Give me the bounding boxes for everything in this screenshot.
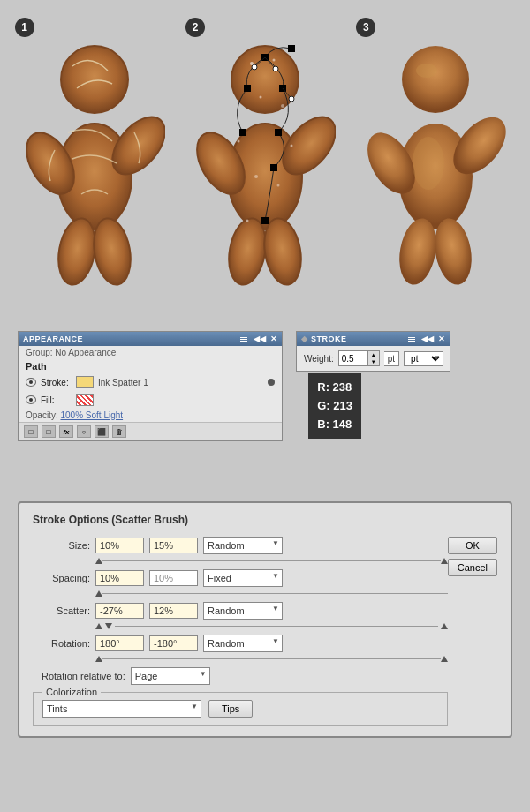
svg-rect-17 [239,129,246,136]
rotation-dropdown[interactable]: Random Fixed [203,635,283,652]
size-label: Size: [33,540,90,551]
colorization-legend: Colorization [42,687,101,697]
weight-unit: pt [384,351,399,366]
weight-spinners: ▲ ▼ [367,351,379,365]
spacing-dropdown[interactable]: Fixed Random [203,569,283,587]
scatter-slider-right [441,623,448,629]
svg-point-32 [254,175,258,178]
svg-point-35 [402,46,469,113]
scatter-input-1[interactable] [95,603,144,619]
spacing-label: Spacing: [33,573,90,583]
svg-rect-19 [288,45,295,52]
rgb-tooltip: R: 238 G: 213 B: 148 [308,373,361,439]
stroke-menu-icon[interactable] [408,334,419,344]
svg-rect-18 [244,85,251,92]
rotation-slider-right [441,656,448,662]
scatter-slider-left [95,623,102,629]
rotation-dropdown-wrapper: Random Fixed [203,635,283,652]
appearance-title-label: APPEARANCE [23,335,83,343]
colorization-dropdown-wrapper: Tints None Tints and Shades Hue Shift [42,700,201,718]
scatter-row: Scatter: Random Fixed [33,602,448,620]
weight-up-btn[interactable]: ▲ [368,351,379,358]
panel-close-icon[interactable]: ✕ [270,335,277,343]
svg-point-30 [237,140,239,143]
opacity-label: Opacity: [26,410,58,420]
rotation-input-2[interactable] [149,635,198,651]
panel-collapse-icon[interactable]: ◀◀ [254,335,266,343]
tips-button[interactable]: Tips [208,700,253,718]
duplicate-icon[interactable]: □ [42,425,56,438]
appearance-group: Group: No Appearance [19,346,282,359]
scatter-slider-track [115,626,438,627]
scatter-label: Scatter: [33,605,90,616]
stroke-brush-name: Ink Spatter 1 [98,378,263,387]
spacing-input-1[interactable] [95,570,144,586]
svg-point-0 [61,46,128,113]
figures-section: 1 [0,0,530,327]
trash-icon[interactable]: 🗑 [112,425,126,438]
svg-point-34 [246,220,248,222]
svg-rect-16 [261,217,269,224]
figure-number-1: 1 [15,18,34,37]
size-slider-track [102,560,441,561]
fill-label: Fill: [41,395,72,405]
svg-point-27 [272,59,275,62]
appearance-bottom-toolbar: □ □ fx ○ ⬛ 🗑 [19,422,282,440]
scatter-dropdown-wrapper: Random Fixed [203,602,283,620]
dialog-title: Stroke Options (Scatter Brush) [33,514,497,526]
rgb-b: B: 148 [317,416,352,434]
rotation-input-1[interactable] [95,635,144,651]
titlebar-icons: ◀◀ ✕ [240,334,277,344]
stroke-weight-row: Weight: ▲ ▼ pt pt px mm [297,346,450,371]
spacing-input-2[interactable] [149,570,198,586]
svg-rect-14 [275,129,282,136]
panels-section: APPEARANCE ◀◀ ✕ Group: No Appearance Pat… [0,327,530,490]
stroke-title-label: STROKE [311,335,347,343]
svg-point-42 [413,137,444,190]
svg-point-28 [259,96,261,99]
rotation-slider-row [33,656,448,662]
opacity-value: 100% Soft Light [60,410,123,420]
size-input-1[interactable] [95,538,144,553]
weight-input[interactable] [339,353,367,365]
figure-2: 2 [194,26,336,300]
opacity-row: Opacity: 100% Soft Light [19,409,282,422]
figure-1: 1 [24,26,165,300]
fill-visibility[interactable] [26,395,36,404]
spacing-slider-row [33,590,448,597]
svg-point-24 [289,96,294,102]
colorization-row: Tints None Tints and Shades Hue Shift Ti… [42,700,438,718]
new-item-icon[interactable]: □ [24,425,38,438]
cancel-button[interactable]: Cancel [448,559,497,576]
svg-point-31 [290,145,292,147]
delete-icon[interactable]: ⬛ [95,425,109,438]
rgb-r: R: 238 [317,379,352,397]
size-slider-max [441,558,448,564]
size-row: Size: Random Fixed Pressure [33,537,448,554]
stroke-indicator-dot [268,379,275,386]
stroke-close-icon[interactable]: ✕ [438,335,445,343]
spacing-dropdown-wrapper: Fixed Random [203,569,283,587]
colorization-dropdown[interactable]: Tints None Tints and Shades Hue Shift [42,700,201,718]
weight-unit-dropdown[interactable]: pt px mm [404,351,443,366]
svg-point-41 [416,64,437,78]
figure-3: 3 [365,26,506,300]
scatter-input-2[interactable] [149,603,198,619]
appearance-titlebar: APPEARANCE ◀◀ ✕ [19,332,282,346]
size-dropdown[interactable]: Random Fixed Pressure [203,537,283,554]
scatter-dropdown[interactable]: Random Fixed [203,602,283,620]
ok-button[interactable]: OK [448,537,497,554]
fx-icon[interactable]: fx [59,425,73,438]
weight-down-btn[interactable]: ▼ [368,358,379,365]
stroke-visibility[interactable] [26,378,36,387]
size-input-2[interactable] [149,538,198,553]
gingerbread-svg-3 [365,26,506,300]
panel-menu-icon[interactable] [240,334,251,344]
stroke-color-preview[interactable] [76,376,94,388]
figure-number-2: 2 [186,18,205,37]
rotation-relative-dropdown[interactable]: Page Path [131,667,210,685]
size-slider-min [95,558,102,564]
mask-icon[interactable]: ○ [77,425,91,438]
stroke-collapse-icon[interactable]: ◀◀ [421,335,434,343]
fill-color-preview[interactable] [76,394,94,406]
